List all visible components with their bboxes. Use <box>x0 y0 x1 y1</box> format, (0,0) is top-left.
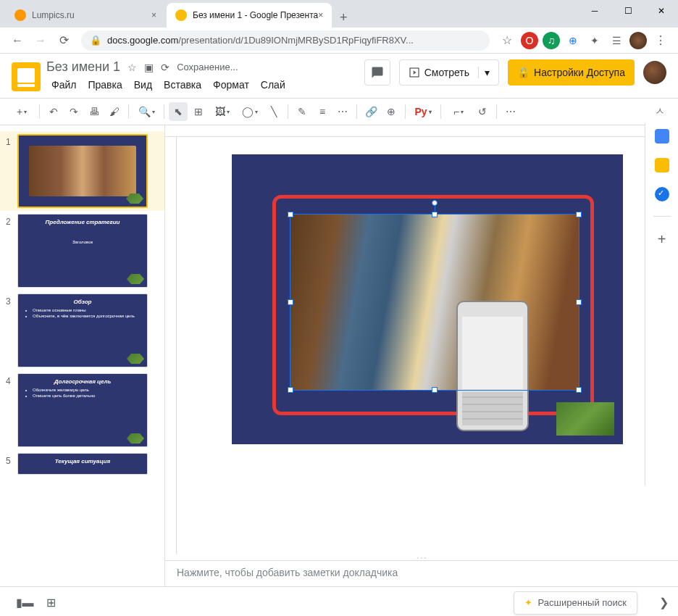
slide[interactable] <box>232 154 623 444</box>
extension-icon[interactable]: O <box>521 32 538 49</box>
browser-tab-active[interactable]: Без имени 1 - Google Презента × <box>167 3 332 28</box>
print-button[interactable]: 🖶 <box>85 102 104 121</box>
grid-view-button[interactable]: ⊞ <box>38 593 64 613</box>
select-tool[interactable]: ⬉ <box>169 102 188 121</box>
image-button[interactable]: 🖼 <box>209 102 235 121</box>
link-button[interactable]: 🔗 <box>361 102 380 121</box>
slide-thumbnail[interactable]: Долгосрочная цель Обозначьте желаемую це… <box>17 373 148 447</box>
speaker-notes[interactable]: Нажмите, чтобы добавить заметки докладчи… <box>165 560 678 586</box>
calendar-icon[interactable] <box>655 129 669 143</box>
close-icon[interactable]: × <box>318 10 323 20</box>
extension-icon[interactable]: ⊕ <box>564 32 582 49</box>
shape-button[interactable]: ◯ <box>237 102 263 121</box>
star-icon[interactable]: ☆ <box>127 62 137 73</box>
image-content <box>456 301 529 431</box>
explore-button[interactable]: ✦ Расширенный поиск <box>514 591 637 615</box>
border-color-button[interactable]: ✎ <box>293 102 311 121</box>
new-slide-button[interactable]: + <box>9 102 35 121</box>
toolbar: + ↶ ↷ 🖶 🖌 🔍 ⬉ ⊞ 🖼 ◯ ╲ ✎ ≡ ⋯ 🔗 ⊕ Py ⌐ ↺ ⋯… <box>0 98 678 125</box>
window-minimize[interactable]: ─ <box>578 0 611 22</box>
notes-placeholder: Нажмите, чтобы добавить заметки докладчи… <box>177 567 398 578</box>
explore-icon: ✦ <box>524 597 532 608</box>
line-button[interactable]: ╲ <box>264 102 283 121</box>
undo-button[interactable]: ↶ <box>44 102 63 121</box>
present-button[interactable]: Смотреть ▾ <box>399 59 499 86</box>
comment-add-button[interactable]: ⊕ <box>382 102 401 121</box>
slide-thumbnail[interactable]: Обзор Опишите основные планыОбъясните, в… <box>17 294 148 367</box>
textbox-button[interactable]: ⊞ <box>189 102 208 121</box>
tab-title: Lumpics.ru <box>32 10 75 20</box>
document-title[interactable]: Без имени 1 <box>46 59 120 75</box>
url-path: /presentation/d/1Du89IONmjMRBySD1RpFiqyf… <box>178 35 414 46</box>
account-avatar[interactable] <box>643 61 666 84</box>
extension-icon[interactable]: ♫ <box>543 32 560 49</box>
more-button[interactable]: ⋯ <box>501 102 520 121</box>
selected-image[interactable] <box>290 214 579 391</box>
filmstrip-view-button[interactable]: ▮▬ <box>12 593 38 613</box>
share-button[interactable]: 🔒 Настройки Доступа <box>508 59 635 86</box>
address-bar: ← → ⟳ 🔒 docs.google.com/presentation/d/1… <box>0 28 678 54</box>
slide-number: 5 <box>6 453 17 475</box>
close-icon[interactable]: × <box>151 10 156 20</box>
keep-icon[interactable] <box>655 158 669 172</box>
menu-edit[interactable]: Правка <box>83 76 127 93</box>
profile-avatar[interactable] <box>629 32 647 49</box>
browser-titlebar: Lumpics.ru × Без имени 1 - Google Презен… <box>0 0 678 28</box>
slide-panel[interactable]: 1 2 Предложение стратегии Заголовок 3 Об… <box>0 125 165 586</box>
url-input[interactable]: 🔒 docs.google.com/presentation/d/1Du89IO… <box>81 30 490 51</box>
browser-tab[interactable]: Lumpics.ru × <box>6 3 165 28</box>
extensions-menu-icon[interactable]: ✦ <box>586 32 603 49</box>
replace-image-button[interactable]: Py <box>410 102 436 121</box>
present-label: Смотреть <box>424 67 469 78</box>
browser-menu-icon[interactable]: ⋮ <box>650 30 671 51</box>
slide-thumbnail[interactable]: Текущая ситуация <box>17 453 148 475</box>
slide-thumbnail[interactable]: Предложение стратегии Заголовок <box>17 214 148 288</box>
show-side-panel-button[interactable]: ❯ <box>655 594 672 612</box>
border-dash-button[interactable]: ⋯ <box>333 102 352 121</box>
new-tab-button[interactable]: + <box>333 7 353 28</box>
menu-format[interactable]: Формат <box>208 76 254 93</box>
slide-thumbnail-row[interactable]: 1 <box>0 131 164 211</box>
collapse-toolbar-button[interactable]: ㅅ <box>650 102 669 121</box>
slide-thumbnail-row[interactable]: 2 Предложение стратегии Заголовок <box>0 211 164 291</box>
url-host: docs.google.com <box>107 35 178 46</box>
menu-file[interactable]: Файл <box>46 76 81 93</box>
slide-thumbnail-row[interactable]: 5 Текущая ситуация <box>0 450 164 478</box>
menu-view[interactable]: Вид <box>129 76 157 93</box>
menu-slide[interactable]: Слай <box>256 76 290 93</box>
move-icon[interactable]: ▣ <box>144 62 154 73</box>
share-label: Настройки Доступа <box>534 67 625 78</box>
lock-icon: 🔒 <box>90 35 101 46</box>
window-close[interactable]: ✕ <box>645 0 678 22</box>
slide-thumbnail[interactable] <box>17 134 148 208</box>
slide-canvas[interactable] <box>177 137 678 554</box>
back-button[interactable]: ← <box>7 30 28 51</box>
comments-button[interactable] <box>364 59 390 86</box>
reset-image-button[interactable]: ↺ <box>473 102 492 121</box>
tasks-icon[interactable] <box>655 187 669 201</box>
bookmark-icon[interactable]: ☆ <box>497 30 517 51</box>
chevron-down-icon[interactable]: ▾ <box>478 67 495 78</box>
redo-button[interactable]: ↷ <box>64 102 83 121</box>
tab-title: Без имени 1 - Google Презента <box>193 10 318 20</box>
menu-insert[interactable]: Вставка <box>159 76 206 93</box>
zoom-button[interactable]: 🔍 <box>133 102 159 121</box>
border-weight-button[interactable]: ≡ <box>313 102 332 121</box>
tab-favicon <box>175 9 187 21</box>
slide-number: 3 <box>6 294 17 367</box>
notes-drag-handle[interactable]: • • • <box>165 554 678 560</box>
sync-icon: ⟳ <box>161 62 170 73</box>
add-addon-button[interactable]: + <box>658 231 666 248</box>
forward-button[interactable]: → <box>30 30 51 51</box>
reload-button[interactable]: ⟳ <box>54 30 74 51</box>
slides-logo[interactable] <box>12 62 41 91</box>
crop-button[interactable]: ⌐ <box>445 102 472 121</box>
ruler-horizontal[interactable] <box>165 125 678 137</box>
paint-format-button[interactable]: 🖌 <box>105 102 124 121</box>
play-icon <box>409 67 420 78</box>
reading-list-icon[interactable]: ☰ <box>608 32 625 49</box>
window-maximize[interactable]: ☐ <box>611 0 645 22</box>
ruler-vertical[interactable] <box>165 137 177 554</box>
slide-thumbnail-row[interactable]: 3 Обзор Опишите основные планыОбъясните,… <box>0 291 164 370</box>
slide-thumbnail-row[interactable]: 4 Долгосрочная цель Обозначьте желаемую … <box>0 370 164 450</box>
